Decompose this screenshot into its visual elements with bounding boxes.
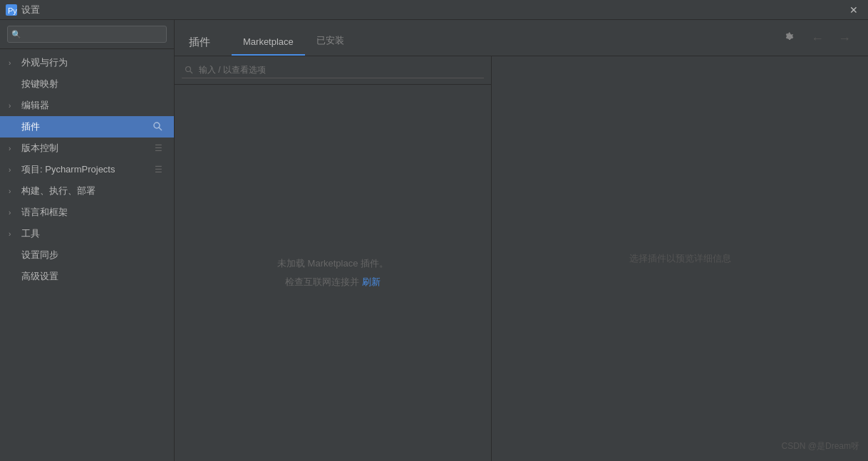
chevron-icon: ›: [9, 187, 17, 195]
chevron-icon: ›: [9, 230, 17, 238]
chevron-icon: ›: [9, 209, 17, 217]
sidebar-search-container: 🔍: [0, 20, 174, 49]
sidebar-item-keymap[interactable]: 按键映射: [0, 73, 174, 95]
chevron-icon: ›: [9, 145, 17, 152]
svg-line-5: [190, 71, 192, 73]
watermark: CSDN @是Dream呀: [781, 440, 859, 452]
menu-icon: ☰: [155, 143, 162, 153]
sidebar-item-label: 外观与行为: [21, 56, 162, 69]
plugin-content: 未加载 Marketplace 插件。 检查互联网连接并 刷新 选择插件以预览详…: [175, 56, 868, 461]
sidebar-item-label: 构建、执行、部署: [21, 185, 162, 197]
chevron-icon: ›: [9, 59, 17, 67]
plugin-detail-panel: 选择插件以预览详细信息: [492, 56, 868, 461]
plugin-list-panel: 未加载 Marketplace 插件。 检查互联网连接并 刷新: [175, 56, 492, 461]
tab-marketplace[interactable]: Marketplace: [232, 31, 305, 56]
plugin-empty-state: 未加载 Marketplace 插件。 检查互联网连接并 刷新: [175, 85, 491, 461]
close-button[interactable]: ✕: [845, 3, 862, 17]
menu-icon: ☰: [155, 165, 162, 175]
header-right: ← →: [780, 30, 854, 55]
sidebar-item-label: 编辑器: [21, 99, 162, 112]
sidebar-search-input[interactable]: [7, 26, 167, 43]
sidebar: 🔍 › 外观与行为 按键映射 › 编辑器 › 插件: [0, 20, 175, 461]
chevron-icon: ›: [9, 102, 17, 110]
sidebar-item-build[interactable]: › 构建、执行、部署: [0, 180, 174, 202]
content-area: 插件 Marketplace 已安装 ←: [175, 20, 868, 461]
detail-placeholder: 选择插件以预览详细信息: [629, 252, 731, 265]
header-left: 插件 Marketplace 已安装: [189, 29, 356, 56]
sidebar-item-label: 语言和框架: [21, 206, 162, 219]
chevron-icon: ›: [9, 166, 17, 174]
sidebar-item-label: 插件: [21, 120, 150, 133]
sidebar-item-sync[interactable]: 设置同步: [0, 244, 174, 266]
plugin-search-icon: [185, 66, 193, 76]
search-icon: [153, 121, 162, 133]
main-layout: 🔍 › 外观与行为 按键映射 › 编辑器 › 插件: [0, 20, 868, 461]
sidebar-item-label: 工具: [21, 227, 162, 240]
sidebar-search-icon: 🔍: [11, 30, 21, 39]
empty-line1: 未加载 Marketplace 插件。: [277, 254, 388, 273]
sidebar-item-label: 版本控制: [21, 142, 152, 155]
titlebar-title: 设置: [21, 4, 40, 16]
sidebar-item-appearance[interactable]: › 外观与行为: [0, 52, 174, 73]
page-title: 插件: [189, 36, 210, 49]
sidebar-item-project[interactable]: › 项目: PycharmProjects ☰: [0, 159, 174, 180]
empty-prefix: 检查互联网连接并: [285, 276, 362, 287]
sidebar-item-advanced[interactable]: 高级设置: [0, 266, 174, 287]
sidebar-item-version[interactable]: › 版本控制 ☰: [0, 138, 174, 159]
svg-line-3: [159, 128, 162, 130]
sidebar-item-plugins[interactable]: › 插件: [0, 116, 174, 138]
plugin-search-container: [175, 56, 491, 85]
tab-bar: Marketplace 已安装: [232, 29, 356, 56]
refresh-link[interactable]: 刷新: [362, 276, 381, 287]
tab-installed[interactable]: 已安装: [305, 29, 356, 56]
titlebar: Py 设置 ✕: [0, 0, 868, 20]
sidebar-item-language[interactable]: › 语言和框架: [0, 202, 174, 223]
svg-point-2: [154, 123, 160, 128]
sidebar-nav: › 外观与行为 按键映射 › 编辑器 › 插件: [0, 49, 174, 461]
sidebar-item-label: 设置同步: [21, 249, 58, 261]
sidebar-item-label: 按键映射: [21, 78, 58, 90]
svg-point-4: [186, 66, 191, 71]
sidebar-item-label: 项目: PycharmProjects: [21, 163, 152, 176]
forward-button[interactable]: →: [835, 30, 854, 48]
svg-text:Py: Py: [8, 6, 17, 15]
app-icon: Py: [6, 4, 17, 16]
sidebar-item-label: 高级设置: [21, 270, 58, 283]
sidebar-item-tools[interactable]: › 工具: [0, 223, 174, 244]
back-button[interactable]: ←: [808, 30, 827, 48]
settings-button[interactable]: [780, 30, 800, 47]
plugin-search-input[interactable]: [182, 62, 484, 78]
sidebar-item-editor[interactable]: › 编辑器: [0, 95, 174, 116]
content-header: 插件 Marketplace 已安装 ←: [175, 20, 868, 56]
empty-line2: 检查互联网连接并 刷新: [285, 273, 381, 291]
